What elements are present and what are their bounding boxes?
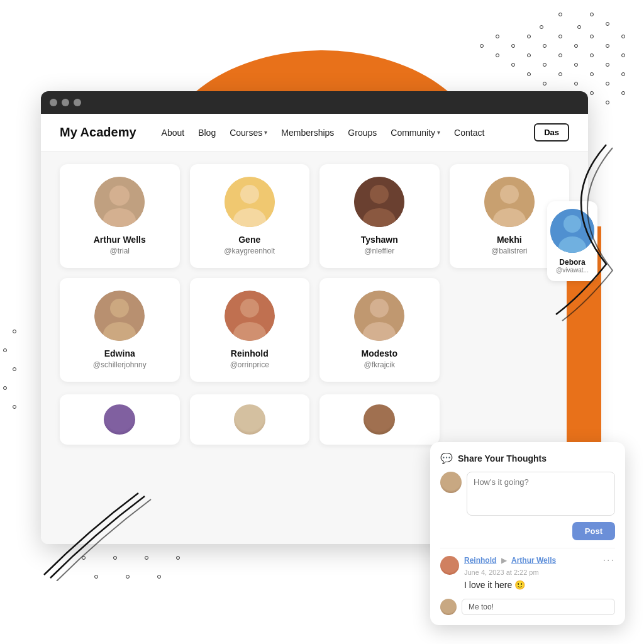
svg-point-19 — [370, 299, 389, 318]
chat-reply-input[interactable] — [462, 599, 615, 615]
dot — [3, 348, 7, 352]
dot — [3, 386, 7, 390]
dot — [540, 25, 543, 29]
nav-blog[interactable]: Blog — [198, 128, 216, 138]
member-avatar-arthur — [94, 177, 145, 227]
dot — [126, 575, 130, 579]
site-logo: My Academy — [60, 125, 136, 140]
dot — [176, 556, 180, 560]
message-options[interactable]: ··· — [603, 555, 615, 566]
member-card-arthur[interactable]: Arthur Wells @trial — [60, 164, 180, 268]
dot — [606, 63, 609, 67]
chat-message-date: June 4, 2023 at 2:22 pm — [464, 569, 615, 576]
chat-reply-avatar — [440, 599, 457, 615]
post-button[interactable]: Post — [572, 522, 615, 540]
nav-links: About Blog Courses ▾ Memberships Groups … — [162, 128, 535, 138]
dot — [13, 367, 16, 371]
nav-contact[interactable]: Contact — [454, 128, 484, 138]
message-from-link[interactable]: Reinhold — [464, 556, 496, 565]
dot — [574, 44, 578, 48]
member-name-reinhold: Reinhold — [231, 348, 269, 358]
member-avatar-mekhi — [484, 177, 535, 227]
nav-groups[interactable]: Groups — [348, 128, 377, 138]
dot — [606, 82, 609, 86]
dot — [606, 22, 609, 26]
chat-overlay: 💬 Share Your Thoughts Post Reinhold ▶ Ar… — [430, 442, 625, 625]
dot — [621, 72, 625, 76]
dot — [621, 91, 625, 95]
dot — [558, 72, 562, 76]
chat-header: 💬 Share Your Thoughts — [440, 452, 615, 464]
member-avatar-edwina — [94, 291, 145, 341]
dot — [157, 575, 161, 579]
nav-community[interactable]: Community ▾ — [391, 128, 440, 138]
member-handle-arthur: @trial — [109, 247, 130, 255]
member-card-tyshawn[interactable]: Tyshawn @nleffler — [319, 164, 440, 268]
chat-message-names: Reinhold ▶ Arthur Wells — [464, 556, 556, 565]
chat-message-header: Reinhold ▶ Arthur Wells ··· — [464, 555, 615, 566]
chat-title: Share Your Thoughts — [458, 453, 547, 464]
member-card-reinhold[interactable]: Reinhold @orrinprice — [190, 278, 310, 382]
chat-message-text: I love it here 🙂 — [464, 580, 615, 590]
dot — [527, 72, 531, 76]
dot — [527, 35, 531, 38]
dot — [496, 53, 499, 57]
dashboard-button[interactable]: Das — [534, 123, 569, 142]
chat-reply-row — [440, 599, 615, 615]
partial-card-2 — [190, 394, 310, 445]
dot — [558, 35, 562, 38]
message-to-link[interactable]: Arthur Wells — [511, 556, 556, 565]
chat-bubble-icon: 💬 — [440, 452, 453, 464]
chat-post-btn-container: Post — [440, 522, 615, 540]
dot — [94, 575, 98, 579]
dot — [574, 63, 578, 67]
partial-card-1 — [60, 394, 180, 445]
svg-point-4 — [240, 185, 259, 204]
dot — [82, 556, 86, 560]
member-card-edwina[interactable]: Edwina @schillerjohnny — [60, 278, 180, 382]
member-name-modesto: Modesto — [361, 348, 397, 358]
nav-memberships[interactable]: Memberships — [281, 128, 334, 138]
nav-courses[interactable]: Courses ▾ — [230, 128, 267, 138]
message-avatar — [440, 556, 459, 575]
member-card-gene[interactable]: Gene @kaygreenholt — [190, 164, 310, 268]
chat-input-textarea[interactable] — [467, 472, 615, 516]
member-avatar-tyshawn — [354, 177, 404, 227]
dot — [13, 330, 16, 333]
dot — [577, 25, 581, 29]
message-arrow: ▶ — [501, 556, 509, 565]
dot — [480, 44, 484, 48]
member-name-gene: Gene — [238, 235, 260, 245]
navbar: My Academy About Blog Courses ▾ Membersh… — [41, 114, 588, 152]
chat-message: Reinhold ▶ Arthur Wells ··· June 4, 2023… — [440, 548, 615, 615]
nav-about[interactable]: About — [162, 128, 185, 138]
dot — [606, 44, 609, 48]
member-handle-mekhi: @balistreri — [491, 247, 528, 255]
dot — [113, 556, 117, 560]
svg-point-1 — [109, 186, 130, 206]
dot — [527, 53, 531, 57]
member-handle-tyshawn: @nleffler — [364, 247, 394, 255]
member-name-tyshawn: Tyshawn — [361, 235, 398, 245]
dot — [558, 53, 562, 57]
member-name-mekhi: Mekhi — [497, 235, 522, 245]
dot — [621, 53, 625, 57]
browser-dot-minimize[interactable] — [62, 99, 69, 106]
dot — [590, 35, 594, 38]
member-card-debora-partial: Debora @vivawat... — [547, 201, 597, 281]
debora-handle: @vivawat... — [556, 267, 589, 274]
dot — [574, 82, 578, 86]
member-card-modesto[interactable]: Modesto @fkrajcik — [319, 278, 440, 382]
browser-dot-close[interactable] — [50, 99, 57, 106]
dot — [621, 35, 625, 38]
chat-user-avatar — [440, 472, 462, 493]
dot — [590, 91, 594, 95]
member-handle-reinhold: @orrinprice — [230, 360, 269, 369]
debora-name: Debora — [559, 258, 585, 267]
browser-dot-maximize[interactable] — [74, 99, 81, 106]
dot — [543, 63, 547, 67]
partial-row — [41, 394, 588, 445]
dot — [496, 35, 499, 38]
svg-point-16 — [240, 299, 259, 318]
dot — [13, 405, 16, 409]
